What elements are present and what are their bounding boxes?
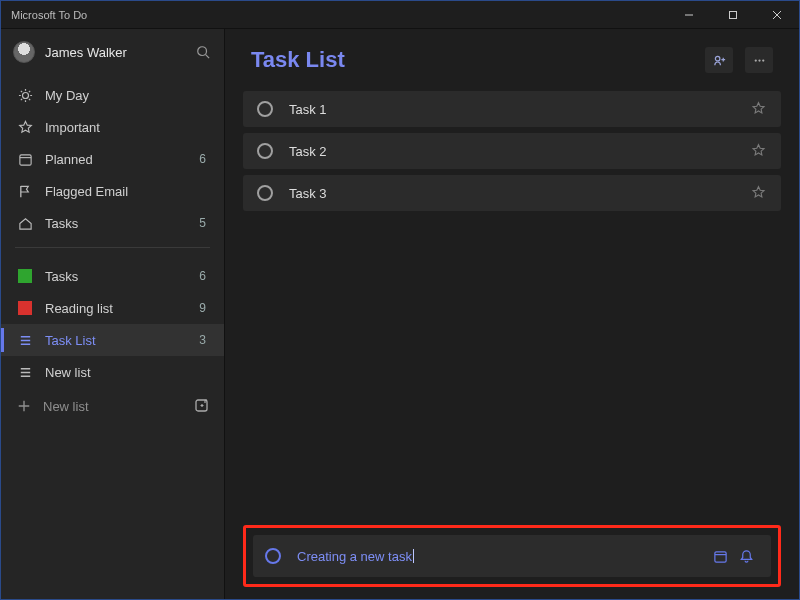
sidebar-item-tasks2[interactable]: Tasks 6 [1, 260, 224, 292]
svg-rect-3 [19, 154, 30, 164]
svg-point-2 [22, 92, 28, 98]
task-row[interactable]: Task 2 [243, 133, 781, 169]
page-title[interactable]: Task List [251, 47, 697, 73]
list-header: Task List [225, 29, 799, 87]
svg-point-7 [758, 59, 760, 61]
color-swatch-icon [17, 300, 33, 316]
sidebar-item-label: Task List [45, 333, 187, 348]
star-icon [17, 119, 33, 135]
annotation-highlight: Creating a new task [243, 525, 781, 587]
svg-point-6 [754, 59, 756, 61]
sun-icon [17, 87, 33, 103]
reminder-icon[interactable] [733, 545, 759, 567]
new-list-label: New list [43, 399, 182, 414]
add-task-bar[interactable]: Creating a new task [253, 535, 771, 577]
calendar-icon [17, 151, 33, 167]
sidebar-item-count: 6 [199, 152, 210, 166]
task-title: Task 2 [289, 144, 751, 159]
sidebar-item-count: 9 [199, 301, 210, 315]
profile-name: James Walker [45, 45, 186, 60]
sidebar-item-label: My Day [45, 88, 194, 103]
svg-rect-0 [730, 11, 737, 18]
sidebar-item-tasklist[interactable]: Task List 3 [1, 324, 224, 356]
sidebar-item-reading[interactable]: Reading list 9 [1, 292, 224, 324]
task-title: Task 3 [289, 186, 751, 201]
task-row[interactable]: Task 1 [243, 91, 781, 127]
task-title: Task 1 [289, 102, 751, 117]
sidebar: James Walker My Day [1, 29, 225, 599]
add-task-input[interactable]: Creating a new task [297, 549, 707, 564]
custom-lists: Tasks 6 Reading list 9 Task List 3 [1, 256, 224, 388]
sidebar-item-label: Planned [45, 152, 187, 167]
sidebar-item-label: Important [45, 120, 194, 135]
new-group-icon[interactable] [194, 398, 210, 414]
flag-icon [17, 183, 33, 199]
more-button[interactable] [745, 47, 773, 73]
color-swatch-icon [17, 268, 33, 284]
sidebar-item-flagged[interactable]: Flagged Email [1, 175, 224, 207]
search-icon[interactable] [196, 45, 210, 59]
sidebar-item-myday[interactable]: My Day [1, 79, 224, 111]
sidebar-item-label: New list [45, 365, 194, 380]
complete-toggle-icon[interactable] [257, 185, 273, 201]
sidebar-item-count: 6 [199, 269, 210, 283]
sidebar-item-important[interactable]: Important [1, 111, 224, 143]
task-row[interactable]: Task 3 [243, 175, 781, 211]
smart-lists: My Day Important Planned [1, 75, 224, 239]
app-window: Microsoft To Do James Walker [0, 0, 800, 600]
share-button[interactable] [705, 47, 733, 73]
task-list: Task 1 Task 2 Task 3 [225, 87, 799, 211]
star-icon[interactable] [751, 185, 767, 201]
star-icon[interactable] [751, 143, 767, 159]
svg-rect-9 [714, 551, 725, 561]
svg-point-1 [198, 47, 207, 56]
sidebar-item-count: 3 [199, 333, 210, 347]
titlebar: Microsoft To Do [1, 1, 799, 29]
svg-point-5 [715, 56, 720, 61]
sidebar-item-count: 5 [199, 216, 210, 230]
sidebar-item-planned[interactable]: Planned 6 [1, 143, 224, 175]
profile-row[interactable]: James Walker [1, 29, 224, 75]
plus-icon [17, 399, 31, 413]
sidebar-item-newlist[interactable]: New list [1, 356, 224, 388]
list-icon [17, 332, 33, 348]
text-cursor [413, 549, 414, 563]
star-icon[interactable] [751, 101, 767, 117]
due-date-icon[interactable] [707, 545, 733, 567]
window-maximize-button[interactable] [711, 1, 755, 29]
complete-toggle-icon[interactable] [257, 101, 273, 117]
complete-toggle-icon[interactable] [257, 143, 273, 159]
circle-icon [265, 548, 281, 564]
sidebar-item-label: Reading list [45, 301, 187, 316]
sidebar-item-label: Flagged Email [45, 184, 194, 199]
sidebar-divider [15, 247, 210, 248]
window-minimize-button[interactable] [667, 1, 711, 29]
sidebar-item-tasks[interactable]: Tasks 5 [1, 207, 224, 239]
home-icon [17, 215, 33, 231]
sidebar-item-label: Tasks [45, 216, 187, 231]
new-list-row[interactable]: New list [1, 388, 224, 424]
svg-point-8 [762, 59, 764, 61]
main-panel: Task List Task 1 Task 2 [225, 29, 799, 599]
window-title: Microsoft To Do [11, 9, 87, 21]
add-task-value: Creating a new task [297, 549, 412, 564]
list-icon [17, 364, 33, 380]
avatar [13, 41, 35, 63]
sidebar-item-label: Tasks [45, 269, 187, 284]
window-close-button[interactable] [755, 1, 799, 29]
